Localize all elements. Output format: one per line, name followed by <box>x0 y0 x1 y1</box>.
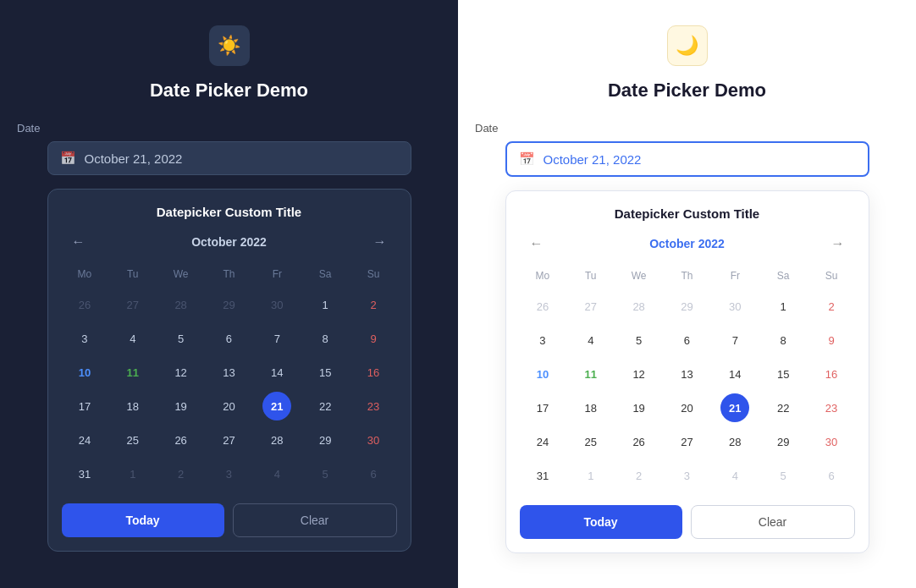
day-cell[interactable]: 6 <box>214 324 243 353</box>
day-cell[interactable]: 16 <box>817 360 846 388</box>
day-cell[interactable]: 29 <box>311 426 339 454</box>
day-cell[interactable]: 10 <box>70 358 99 387</box>
day-cell[interactable]: 25 <box>577 427 605 456</box>
clear-button-dark[interactable]: Clear <box>233 503 397 537</box>
day-cell[interactable]: 4 <box>720 461 749 490</box>
day-cell[interactable]: 27 <box>119 290 147 319</box>
day-cell[interactable]: 25 <box>119 426 147 454</box>
day-cell[interactable]: 30 <box>262 290 291 319</box>
day-cell[interactable]: 30 <box>359 426 388 454</box>
day-cell[interactable]: 21 <box>720 393 749 422</box>
day-cell[interactable]: 28 <box>167 290 196 319</box>
day-header-tu: Tu <box>109 265 156 283</box>
day-cell[interactable]: 2 <box>167 459 196 488</box>
day-cell[interactable]: 12 <box>167 358 196 387</box>
day-cell[interactable]: 20 <box>214 392 243 420</box>
day-cell[interactable]: 27 <box>672 427 701 456</box>
day-cell[interactable]: 3 <box>70 324 99 353</box>
next-month-light[interactable]: → <box>825 233 852 255</box>
day-cell[interactable]: 26 <box>167 426 196 454</box>
day-cell[interactable]: 8 <box>311 324 339 353</box>
day-cell[interactable]: 24 <box>528 427 557 456</box>
day-cell[interactable]: 6 <box>359 459 388 488</box>
day-cell[interactable]: 2 <box>625 461 654 490</box>
today-button-light[interactable]: Today <box>520 505 682 539</box>
day-cell[interactable]: 31 <box>70 459 99 488</box>
day-cell[interactable]: 4 <box>119 324 147 353</box>
day-cell[interactable]: 15 <box>311 358 339 387</box>
day-cell[interactable]: 8 <box>769 326 797 354</box>
day-cell[interactable]: 15 <box>769 360 797 388</box>
day-cell[interactable]: 29 <box>214 290 243 319</box>
day-cell[interactable]: 1 <box>577 461 605 490</box>
day-cell[interactable]: 3 <box>528 326 557 354</box>
day-cell[interactable]: 30 <box>817 427 846 456</box>
day-cell[interactable]: 27 <box>577 292 605 321</box>
day-cell[interactable]: 2 <box>359 290 388 319</box>
day-cell[interactable]: 19 <box>625 393 654 422</box>
day-cell[interactable]: 14 <box>262 358 291 387</box>
theme-toggle-dark[interactable]: ☀️ <box>209 25 250 66</box>
day-cell[interactable]: 21 <box>262 392 291 420</box>
date-input-light[interactable]: 📅 October 21, 2022 <box>505 141 869 177</box>
day-cell[interactable]: 28 <box>720 427 749 456</box>
day-cell[interactable]: 26 <box>625 427 654 456</box>
day-header-tu: Tu <box>567 267 614 285</box>
day-cell[interactable]: 23 <box>359 392 388 420</box>
today-button-dark[interactable]: Today <box>62 503 224 537</box>
day-cell[interactable]: 3 <box>214 459 243 488</box>
day-cell[interactable]: 6 <box>672 326 701 354</box>
day-cell[interactable]: 17 <box>70 392 99 420</box>
day-cell[interactable]: 23 <box>817 393 846 422</box>
day-cell[interactable]: 6 <box>817 461 846 490</box>
day-cell[interactable]: 27 <box>214 426 243 454</box>
clear-button-light[interactable]: Clear <box>691 505 855 539</box>
day-header-fr: Fr <box>254 265 301 283</box>
day-cell[interactable]: 14 <box>720 360 749 388</box>
day-cell[interactable]: 4 <box>262 459 291 488</box>
day-cell[interactable]: 9 <box>817 326 846 354</box>
day-cell[interactable]: 26 <box>528 292 557 321</box>
day-cell[interactable]: 20 <box>672 393 701 422</box>
day-cell[interactable]: 13 <box>214 358 243 387</box>
day-cell[interactable]: 19 <box>167 392 196 420</box>
day-cell[interactable]: 28 <box>262 426 291 454</box>
day-cell[interactable]: 17 <box>528 393 557 422</box>
day-cell[interactable]: 30 <box>720 292 749 321</box>
day-cell[interactable]: 7 <box>720 326 749 354</box>
day-cell[interactable]: 7 <box>262 324 291 353</box>
day-cell[interactable]: 5 <box>625 326 654 354</box>
day-cell[interactable]: 13 <box>672 360 701 388</box>
day-cell[interactable]: 18 <box>119 392 147 420</box>
day-cell[interactable]: 1 <box>311 290 339 319</box>
day-cell[interactable]: 10 <box>528 360 557 388</box>
day-cell[interactable]: 11 <box>119 358 147 387</box>
day-cell[interactable]: 31 <box>528 461 557 490</box>
prev-month-dark[interactable]: ← <box>65 231 92 253</box>
day-cell[interactable]: 1 <box>769 292 797 321</box>
day-cell[interactable]: 3 <box>672 461 701 490</box>
day-cell[interactable]: 18 <box>577 393 605 422</box>
day-cell[interactable]: 28 <box>625 292 654 321</box>
day-cell[interactable]: 5 <box>311 459 339 488</box>
day-cell[interactable]: 22 <box>769 393 797 422</box>
day-cell[interactable]: 9 <box>359 324 388 353</box>
day-cell[interactable]: 29 <box>769 427 797 456</box>
day-cell[interactable]: 11 <box>577 360 605 388</box>
day-cell[interactable]: 1 <box>119 459 147 488</box>
day-cell[interactable]: 5 <box>167 324 196 353</box>
day-cell[interactable]: 5 <box>769 461 797 490</box>
day-cell[interactable]: 16 <box>359 358 388 387</box>
day-cell[interactable]: 12 <box>625 360 654 388</box>
day-cell[interactable]: 29 <box>672 292 701 321</box>
day-cell[interactable]: 4 <box>577 326 605 354</box>
day-cell[interactable]: 26 <box>70 290 99 319</box>
next-month-dark[interactable]: → <box>367 231 394 253</box>
prev-month-light[interactable]: ← <box>523 233 550 255</box>
day-cell[interactable]: 2 <box>817 292 846 321</box>
day-cell[interactable]: 24 <box>70 426 99 454</box>
theme-toggle-light[interactable]: 🌙 <box>667 25 708 66</box>
calendar-dark: Datepicker Custom Title ← October 2022 →… <box>47 189 411 552</box>
day-cell[interactable]: 22 <box>311 392 339 420</box>
date-input-dark[interactable]: 📅 October 21, 2022 <box>47 141 411 175</box>
